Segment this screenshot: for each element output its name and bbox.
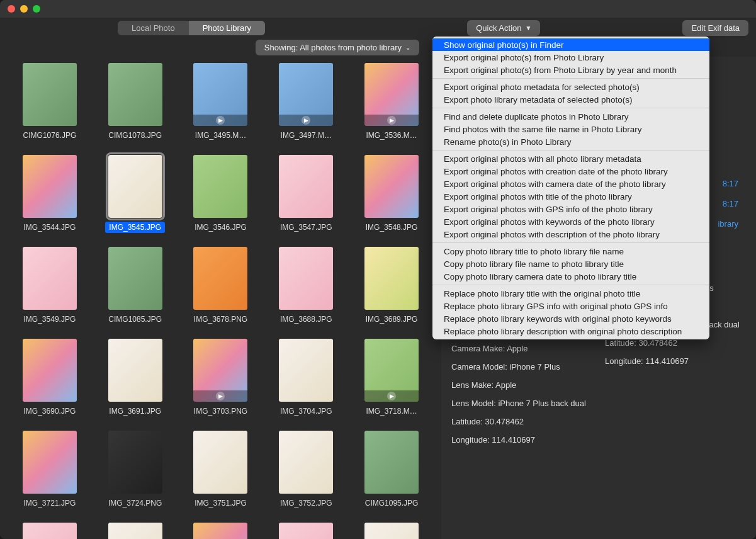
thumbnail-item[interactable]: IMG_3689.JPG	[354, 247, 429, 325]
thumbnail-item[interactable]: IMG_3759.JPG	[354, 523, 429, 539]
thumbnail-label: IMG_3721.JPG	[20, 497, 80, 509]
menu-item[interactable]: Rename photo(s) in Photo Library	[432, 135, 709, 148]
thumbnail-label: IMG_3688.JPG	[276, 314, 336, 325]
thumbnail-item[interactable]: IMG_3752.JPG	[269, 431, 343, 509]
thumbnail-item[interactable]: IMG_3544.JPG	[13, 155, 87, 233]
thumbnail-label: IMG_3752.JPG	[276, 497, 336, 509]
thumbnail-label: IMG_3751.JPG	[191, 497, 251, 509]
thumbnail-image	[279, 63, 333, 126]
thumbnail-item[interactable]: CIMG1078.JPG	[98, 63, 172, 141]
filter-dropdown[interactable]: Showing: All photos from photo library ⌄	[256, 40, 419, 55]
thumbnail-label: IMG_3549.JPG	[20, 314, 80, 325]
source-segmented-control: Local Photo Photo Library	[118, 21, 265, 35]
maximize-window-button[interactable]	[33, 5, 40, 13]
thumbnail-item[interactable]: IMG_3758.JPG	[269, 523, 343, 539]
thumbnail-label: IMG_3690.JPG	[20, 406, 80, 417]
quick-action-label: Quick Action	[476, 23, 521, 33]
thumbnail-image	[108, 63, 162, 126]
thumbnail-item[interactable]: CIMG1095.JPG	[354, 431, 429, 509]
thumbnail-item[interactable]: IMG_3536.M…	[354, 63, 429, 141]
thumbnail-label: IMG_3545.JPG	[105, 222, 165, 233]
menu-item[interactable]: Copy photo library title to photo librar…	[432, 245, 709, 258]
thumbnail-item[interactable]: IMG_3756.JPG	[98, 523, 172, 539]
close-window-button[interactable]	[8, 5, 15, 13]
thumbnail-item[interactable]: CIMG1085.JPG	[98, 247, 172, 325]
menu-item[interactable]: Copy photo library file name to photo li…	[432, 258, 709, 270]
thumbnail-image	[279, 155, 333, 218]
menu-item[interactable]: Export original photo(s) from Photo Libr…	[432, 64, 709, 76]
thumbnail-label: IMG_3689.JPG	[362, 314, 422, 325]
thumbnail-item[interactable]: IMG_3704.JPG	[269, 339, 343, 417]
menu-item[interactable]: Copy photo library camera date to photo …	[432, 270, 709, 283]
thumbnail-item[interactable]: IMG_3703.PNG	[184, 339, 258, 417]
thumbnail-item[interactable]: IMG_3495.M…	[184, 63, 258, 141]
thumbnail-image	[193, 339, 247, 402]
thumbnail-image	[193, 63, 247, 126]
detail-value-link[interactable]: 8:17	[718, 199, 738, 208]
thumbnail-item[interactable]: IMG_3757.JPG	[184, 523, 258, 539]
quick-action-button[interactable]: Quick Action ▼	[467, 20, 540, 36]
play-icon	[364, 390, 419, 402]
thumbnail-item[interactable]: IMG_3721.JPG	[13, 431, 87, 509]
play-icon	[279, 115, 333, 126]
thumbnail-item[interactable]: IMG_3548.JPG	[354, 155, 429, 233]
thumbnail-item[interactable]: IMG_3755.JPG	[13, 523, 87, 539]
thumbnail-grid: CIMG1076.JPGCIMG1078.JPGIMG_3495.M…IMG_3…	[13, 63, 429, 539]
detail-field: Camera Model: iPhone 7 Plus	[451, 362, 592, 373]
thumbnail-item[interactable]: IMG_3691.JPG	[98, 339, 172, 417]
thumbnail-item[interactable]: IMG_3724.PNG	[98, 431, 172, 509]
quick-action-menu: Show original photo(s) in FinderExport o…	[432, 37, 709, 339]
menu-item[interactable]: Replace photo library description with o…	[432, 325, 709, 338]
thumbnail-item[interactable]: IMG_3678.PNG	[184, 247, 258, 325]
menu-item[interactable]: Export original photos with all photo li…	[432, 152, 709, 165]
detail-value-link[interactable]: 8:17	[718, 179, 738, 188]
menu-item[interactable]: Replace photo library GPS info with orig…	[432, 300, 709, 312]
thumbnail-label: IMG_3548.JPG	[362, 222, 422, 233]
thumbnail-grid-area[interactable]: CIMG1076.JPGCIMG1078.JPGIMG_3495.M…IMG_3…	[0, 57, 441, 539]
menu-item[interactable]: Export original photos with keywords of …	[432, 215, 709, 228]
detail-field: Latitude: 30.478462	[605, 338, 746, 349]
menu-item[interactable]: Find and delete duplicate photos in Phot…	[432, 110, 709, 123]
menu-item[interactable]: Export original photo metadata for selec…	[432, 81, 709, 93]
menu-item[interactable]: Export original photos with creation dat…	[432, 165, 709, 178]
tab-photo-library[interactable]: Photo Library	[189, 21, 265, 35]
thumbnail-image	[23, 63, 77, 126]
thumbnail-image	[279, 247, 333, 310]
play-icon	[193, 115, 247, 126]
thumbnail-item[interactable]: IMG_3718.M…	[354, 339, 429, 417]
detail-field: Longitude: 114.410697	[451, 435, 592, 446]
thumbnail-image	[364, 523, 419, 539]
thumbnail-item[interactable]: IMG_3546.JPG	[184, 155, 258, 233]
thumbnail-image	[23, 431, 77, 494]
menu-item[interactable]: Show original photo(s) in Finder	[432, 38, 709, 51]
menu-item[interactable]: Export original photos with GPS info of …	[432, 203, 709, 215]
detail-value-link[interactable]: ibrary	[718, 219, 738, 229]
thumbnail-image	[108, 431, 162, 494]
thumbnail-item[interactable]: IMG_3690.JPG	[13, 339, 87, 417]
thumbnail-item[interactable]: IMG_3497.M…	[269, 63, 343, 141]
thumbnail-item[interactable]: IMG_3751.JPG	[184, 431, 258, 509]
thumbnail-label: CIMG1085.JPG	[104, 314, 166, 325]
menu-item[interactable]: Export original photos with title of the…	[432, 190, 709, 203]
thumbnail-item[interactable]: CIMG1076.JPG	[13, 63, 87, 141]
thumbnail-item[interactable]: IMG_3547.JPG	[269, 155, 343, 233]
thumbnail-item[interactable]: IMG_3688.JPG	[269, 247, 343, 325]
menu-item[interactable]: Export photo library metadata of selecte…	[432, 93, 709, 106]
titlebar	[0, 0, 756, 18]
menu-item[interactable]: Replace photo library keywords with orig…	[432, 312, 709, 325]
edit-exif-button[interactable]: Edit Exif data	[682, 20, 748, 36]
thumbnail-item[interactable]: IMG_3545.JPG	[98, 155, 172, 233]
thumbnail-item[interactable]: IMG_3549.JPG	[13, 247, 87, 325]
thumbnail-image	[279, 523, 333, 539]
thumbnail-image	[279, 431, 333, 494]
thumbnail-label: IMG_3495.M…	[191, 130, 250, 141]
menu-item[interactable]: Replace photo library title with the ori…	[432, 287, 709, 300]
menu-item[interactable]: Export original photos with description …	[432, 228, 709, 241]
menu-item[interactable]: Export original photo(s) from Photo Libr…	[432, 51, 709, 64]
tab-local-photo[interactable]: Local Photo	[118, 21, 189, 35]
thumbnail-image	[108, 523, 162, 539]
menu-item[interactable]: Export original photos with camera date …	[432, 178, 709, 190]
thumbnail-label: IMG_3536.M…	[362, 130, 420, 141]
minimize-window-button[interactable]	[20, 5, 28, 13]
menu-item[interactable]: Find photos with the same file name in P…	[432, 123, 709, 135]
